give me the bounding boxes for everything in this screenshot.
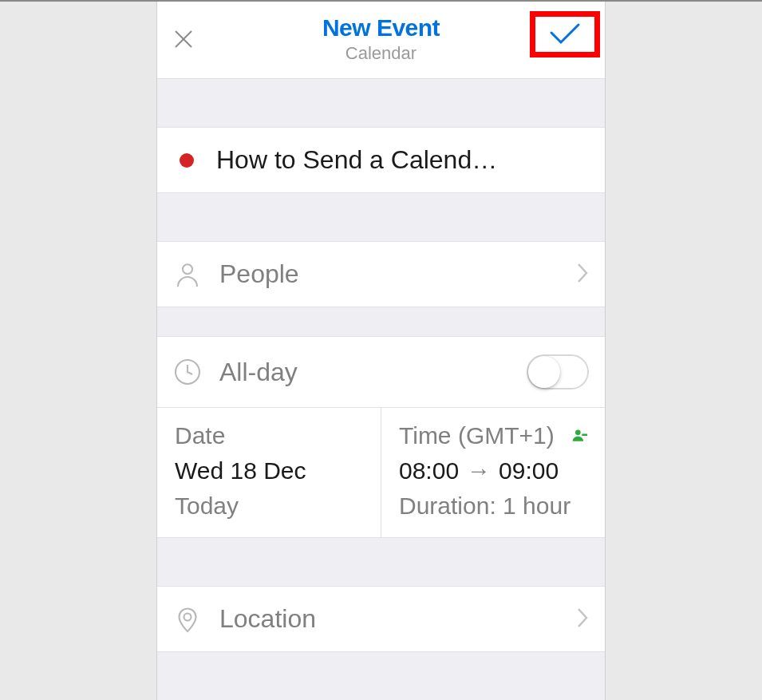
location-label: Location [219, 604, 576, 634]
event-title-text: How to Send a Calend… [216, 145, 589, 175]
section-gap [157, 79, 605, 127]
date-heading: Date [175, 422, 363, 449]
location-pin-icon [173, 605, 202, 634]
svg-rect-5 [582, 434, 587, 437]
time-column[interactable]: Time (GMT+1) 08:00 → 09:00 Duration: 1 h… [381, 408, 605, 537]
time-end: 09:00 [499, 457, 559, 484]
all-day-row: All-day [157, 336, 605, 408]
clock-icon [173, 358, 202, 386]
section-gap [157, 307, 605, 336]
arrow-right-icon: → [467, 457, 491, 484]
time-start: 08:00 [399, 457, 459, 484]
chevron-right-icon [576, 262, 589, 287]
date-relative: Today [175, 492, 363, 520]
timezone-person-icon [571, 422, 587, 449]
location-row[interactable]: Location [157, 586, 605, 652]
all-day-label: All-day [219, 358, 527, 387]
confirm-button[interactable] [530, 11, 600, 57]
header-subtitle: Calendar [322, 43, 440, 64]
section-gap [157, 193, 605, 241]
toggle-knob [528, 356, 560, 388]
svg-point-4 [575, 430, 581, 436]
section-gap [157, 538, 605, 586]
new-event-screen: New Event Calendar How to Send a Calend…… [156, 2, 606, 700]
people-label: People [219, 259, 576, 289]
duration-text: Duration: 1 hour [399, 492, 587, 520]
datetime-section: Date Wed 18 Dec Today Time (GMT+1) 08:00… [157, 408, 605, 538]
header-title: New Event [322, 14, 440, 42]
time-heading: Time (GMT+1) [399, 422, 555, 449]
svg-point-6 [184, 613, 191, 620]
close-icon[interactable] [172, 27, 195, 51]
svg-point-2 [183, 264, 192, 274]
date-column[interactable]: Date Wed 18 Dec Today [157, 408, 381, 537]
people-row[interactable]: People [157, 241, 605, 307]
event-title-row[interactable]: How to Send a Calend… [157, 127, 605, 193]
all-day-toggle[interactable] [527, 354, 589, 390]
chevron-right-icon [576, 607, 589, 632]
header-bar: New Event Calendar [157, 2, 605, 79]
calendar-color-dot [180, 153, 194, 168]
date-value: Wed 18 Dec [175, 457, 363, 484]
person-icon [173, 260, 202, 289]
